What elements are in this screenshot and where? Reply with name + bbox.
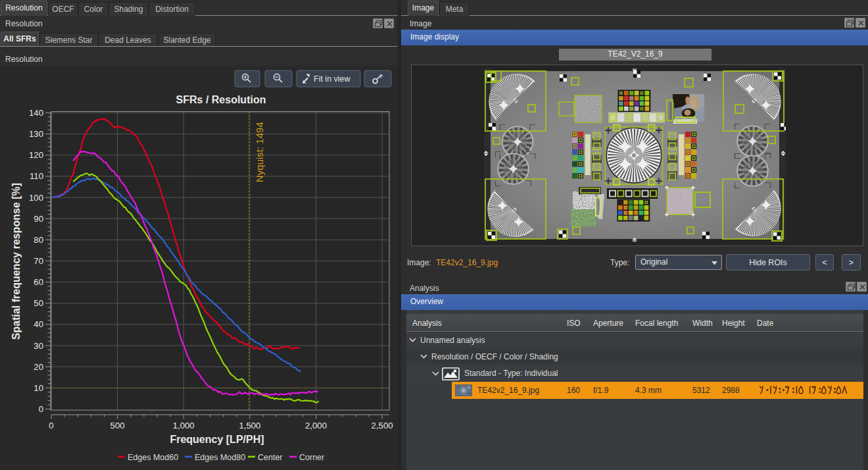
svg-text:1,000: 1,000 — [173, 421, 195, 431]
svg-text:2,500: 2,500 — [372, 421, 393, 431]
svg-text:120: 120 — [29, 150, 43, 160]
svg-text:20: 20 — [34, 362, 43, 372]
svg-text:100: 100 — [29, 193, 43, 203]
svg-text:Spatial frequency response [%]: Spatial frequency response [%] — [11, 183, 22, 340]
svg-text:Frequency [LP/PH]: Frequency [LP/PH] — [170, 434, 264, 445]
svg-text:500: 500 — [110, 421, 125, 431]
svg-text:1,500: 1,500 — [239, 421, 260, 431]
svg-text:10: 10 — [34, 383, 43, 393]
svg-text:Edges Mod80: Edges Mod80 — [195, 453, 245, 462]
svg-text:30: 30 — [34, 341, 43, 351]
svg-text:130: 130 — [29, 129, 43, 139]
svg-text:70: 70 — [34, 256, 43, 266]
svg-text:Center: Center — [258, 453, 283, 462]
svg-text:2,000: 2,000 — [305, 421, 327, 431]
svg-text:Nyquist: 1494: Nyquist: 1494 — [254, 122, 265, 182]
svg-text:60: 60 — [34, 277, 43, 287]
svg-text:0: 0 — [39, 404, 43, 414]
svg-text:140: 140 — [29, 108, 43, 118]
svg-text:Fit in view: Fit in view — [314, 74, 351, 84]
svg-text:40: 40 — [34, 319, 43, 329]
svg-text:50: 50 — [34, 298, 43, 308]
svg-text:0: 0 — [49, 421, 53, 431]
svg-text:SFRs / Resolution: SFRs / Resolution — [176, 94, 266, 105]
svg-text:80: 80 — [34, 235, 43, 245]
svg-text:90: 90 — [34, 214, 43, 224]
svg-text:Corner: Corner — [299, 453, 324, 462]
svg-text:Edges Mod60: Edges Mod60 — [128, 453, 178, 462]
svg-text:110: 110 — [30, 171, 43, 181]
